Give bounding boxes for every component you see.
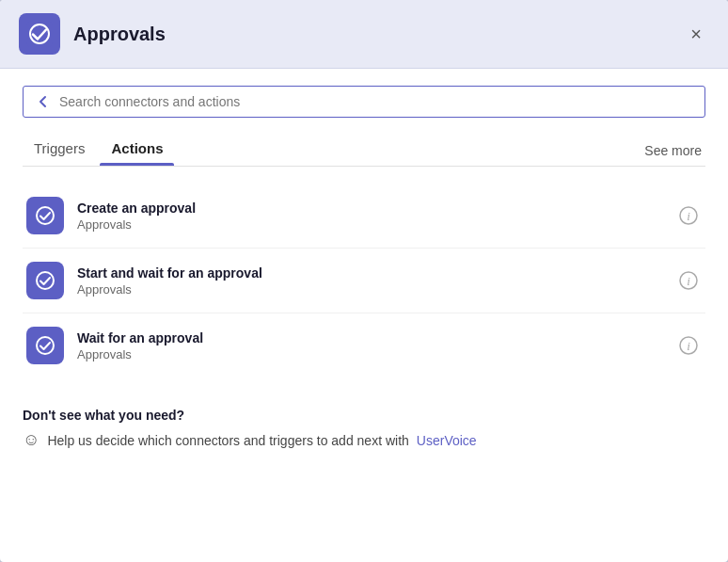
footer-text: ☺ Help us decide which connectors and tr… bbox=[23, 430, 705, 450]
footer-description: Help us decide which connectors and trig… bbox=[47, 433, 408, 448]
approval-check-icon-3 bbox=[34, 334, 56, 357]
action-icon-2 bbox=[26, 262, 64, 299]
action-text-2: Start and wait for an approval Approvals bbox=[77, 265, 675, 297]
search-input[interactable] bbox=[59, 94, 693, 109]
footer-title: Don't see what you need? bbox=[23, 408, 705, 423]
svg-point-2 bbox=[37, 207, 54, 224]
svg-text:i: i bbox=[687, 274, 690, 288]
search-back-button[interactable] bbox=[35, 93, 52, 110]
search-bar bbox=[23, 86, 705, 118]
footer-section: Don't see what you need? ☺ Help us decid… bbox=[23, 408, 705, 450]
svg-point-5 bbox=[37, 272, 54, 289]
action-text-3: Wait for an approval Approvals bbox=[77, 330, 675, 361]
info-button-2[interactable]: i bbox=[675, 267, 702, 294]
info-button-1[interactable]: i bbox=[675, 202, 702, 229]
action-icon-1 bbox=[26, 197, 64, 234]
approvals-svg-icon bbox=[26, 21, 53, 47]
close-button[interactable]: × bbox=[683, 21, 709, 47]
approvals-app-icon bbox=[19, 13, 60, 55]
action-item-wait-approval[interactable]: Wait for an approval Approvals i bbox=[23, 313, 705, 377]
info-icon-2: i bbox=[679, 271, 698, 290]
svg-point-8 bbox=[37, 337, 54, 354]
info-button-3[interactable]: i bbox=[675, 332, 702, 359]
svg-text:i: i bbox=[687, 209, 690, 223]
svg-text:i: i bbox=[687, 339, 690, 353]
back-arrow-icon bbox=[35, 93, 52, 110]
action-sub-2: Approvals bbox=[77, 282, 675, 297]
uservoice-link[interactable]: UserVoice bbox=[417, 433, 477, 448]
panel-header: Approvals × bbox=[0, 0, 728, 69]
approval-check-icon bbox=[34, 204, 56, 227]
info-icon-3: i bbox=[679, 336, 698, 355]
action-icon-3 bbox=[26, 327, 64, 364]
see-more-button[interactable]: See more bbox=[641, 143, 705, 158]
action-name-1: Create an approval bbox=[77, 201, 675, 216]
action-item-start-wait-approval[interactable]: Start and wait for an approval Approvals… bbox=[23, 249, 705, 313]
tab-triggers[interactable]: Triggers bbox=[23, 135, 96, 166]
actions-list: Create an approval Approvals i bbox=[23, 184, 705, 377]
action-text-1: Create an approval Approvals bbox=[77, 201, 675, 232]
action-name-3: Wait for an approval bbox=[77, 330, 675, 345]
info-icon-1: i bbox=[679, 206, 698, 225]
panel-body: Triggers Actions See more Create an appr… bbox=[0, 69, 728, 562]
smiley-icon: ☺ bbox=[23, 430, 40, 450]
tab-actions[interactable]: Actions bbox=[100, 135, 174, 166]
action-sub-1: Approvals bbox=[77, 217, 675, 232]
panel-title: Approvals bbox=[73, 24, 683, 45]
action-item-create-approval[interactable]: Create an approval Approvals i bbox=[23, 184, 705, 249]
action-name-2: Start and wait for an approval bbox=[77, 265, 675, 281]
approval-check-icon-2 bbox=[34, 269, 56, 292]
tabs-row: Triggers Actions See more bbox=[23, 135, 705, 167]
approvals-panel: Approvals × Triggers Actions See more bbox=[0, 0, 728, 562]
action-sub-3: Approvals bbox=[77, 347, 675, 361]
